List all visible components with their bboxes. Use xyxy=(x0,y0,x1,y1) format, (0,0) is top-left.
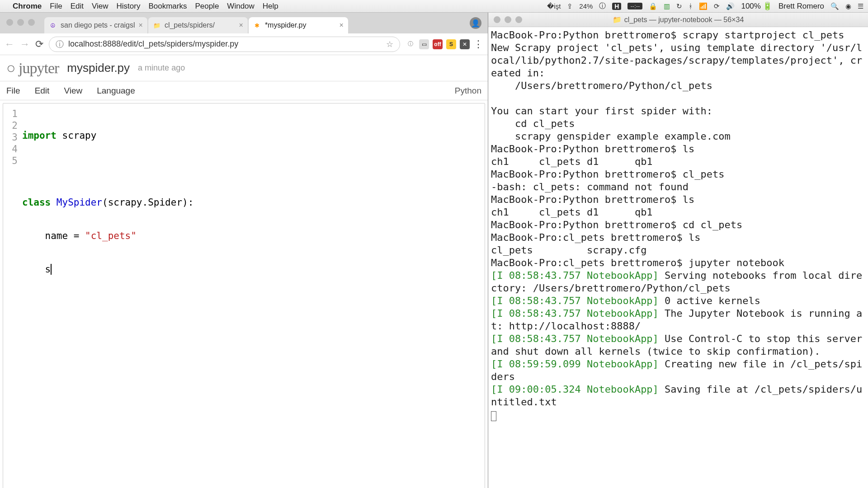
notebook-filename[interactable]: myspider.py xyxy=(67,61,130,75)
reload-button[interactable]: ⟳ xyxy=(35,38,43,50)
jupyter-logo[interactable]: ○ jupyter xyxy=(6,60,59,77)
ext-x-icon[interactable]: ✕ xyxy=(460,39,470,49)
star-favicon-icon: ✱ xyxy=(253,21,261,29)
menu-edit[interactable]: Edit xyxy=(71,2,84,11)
menu-window[interactable]: Window xyxy=(227,2,254,11)
timemachine-icon[interactable]: ↻ xyxy=(676,2,682,10)
kernel-language-label: Python xyxy=(455,86,481,96)
url-text: localhost:8888/edit/cl_pets/spiders/mysp… xyxy=(68,39,238,49)
lock-icon[interactable]: 🔒 xyxy=(649,2,657,10)
folder-favicon-icon: 📁 xyxy=(153,21,161,29)
jupyter-menu-edit[interactable]: Edit xyxy=(35,86,50,96)
chrome-toolbar: ← → ⟳ ⓘ localhost:8888/edit/cl_pets/spid… xyxy=(0,33,488,55)
close-window-button[interactable] xyxy=(6,19,13,26)
jupyter-menu-view[interactable]: View xyxy=(64,86,82,96)
dropbox-icon[interactable]: ⇪ xyxy=(567,2,573,10)
minimize-window-button[interactable] xyxy=(17,19,24,26)
profile-avatar-icon[interactable]: 👤 xyxy=(470,17,481,29)
close-tab-icon[interactable]: × xyxy=(239,21,243,29)
tab-title: san diego pets - craigsl xyxy=(61,21,135,29)
sync-icon[interactable]: ⟳ xyxy=(714,2,720,10)
close-tab-icon[interactable]: × xyxy=(139,21,143,29)
percent-label: 24% xyxy=(579,2,593,10)
forward-button[interactable]: → xyxy=(20,38,30,50)
macos-menubar: Chrome File Edit View History Bookmarks … xyxy=(0,0,868,13)
code-editor[interactable]: 1 2 3 4 5 import scrapy class MySpider(s… xyxy=(3,103,485,488)
user-name[interactable]: Brett Romero xyxy=(778,2,824,11)
address-bar[interactable]: ⓘ localhost:8888/edit/cl_pets/spiders/my… xyxy=(49,37,400,52)
bluetooth-icon[interactable]: ᚼ xyxy=(689,2,693,10)
battery-icon: 🔋 xyxy=(763,1,772,11)
notification-center-icon[interactable]: ☰ xyxy=(858,2,863,10)
jupyter-menu-language[interactable]: Language xyxy=(97,86,135,96)
info-icon[interactable]: ⓘ xyxy=(599,2,606,10)
h-badge[interactable]: H xyxy=(612,3,621,10)
bookmark-star-icon[interactable]: ☆ xyxy=(386,39,393,49)
peace-favicon-icon: ☮ xyxy=(49,21,57,29)
terminal-output[interactable]: MacBook-Pro:Python brettromero$ scrapy s… xyxy=(488,27,868,488)
app-icon[interactable]: ▥ xyxy=(664,2,670,10)
text-cursor xyxy=(51,264,52,275)
ext-s-icon[interactable]: S xyxy=(446,39,456,49)
window-controls xyxy=(6,19,35,26)
info-ext-icon[interactable]: ⓘ xyxy=(406,39,415,49)
menu-bookmarks[interactable]: Bookmarks xyxy=(148,2,187,11)
last-saved-label: a minute ago xyxy=(138,63,185,73)
wifi-icon[interactable]: 📶 xyxy=(699,2,708,10)
jupyter-menubar: File Edit View Language Python xyxy=(0,81,488,100)
jupyter-header: ○ jupyter myspider.py a minute ago xyxy=(0,55,488,81)
line-gutter: 1 2 3 4 5 xyxy=(3,108,22,488)
code-content[interactable]: import scrapy class MySpider(scrapy.Spid… xyxy=(22,108,485,488)
menu-file[interactable]: File xyxy=(50,2,62,11)
browser-tab[interactable]: ☮ san diego pets - craigsl × xyxy=(44,17,147,33)
site-info-icon[interactable]: ⓘ xyxy=(56,39,64,50)
tab-title: cl_pets/spiders/ xyxy=(165,21,215,29)
ext-icon[interactable]: ▭ xyxy=(419,39,429,49)
volume-icon[interactable]: 🔊 xyxy=(726,2,735,10)
tab-title: *myspider.py xyxy=(265,21,307,29)
dropbox-icon[interactable]: �işt xyxy=(547,2,561,10)
chrome-menu-icon[interactable]: ⋮ xyxy=(473,38,483,50)
close-window-button[interactable] xyxy=(494,16,500,23)
time-tracker[interactable]: --:-- xyxy=(627,3,642,9)
menu-view[interactable]: View xyxy=(92,2,108,11)
menu-people[interactable]: People xyxy=(195,2,219,11)
browser-tab-active[interactable]: ✱ *myspider.py × xyxy=(249,17,348,33)
active-app-name[interactable]: Chrome xyxy=(13,2,42,11)
menu-history[interactable]: History xyxy=(116,2,140,11)
jupyter-menu-file[interactable]: File xyxy=(6,86,20,96)
back-button[interactable]: ← xyxy=(5,38,14,50)
close-tab-icon[interactable]: × xyxy=(340,21,344,29)
maximize-window-button[interactable] xyxy=(515,16,522,23)
browser-tab[interactable]: 📁 cl_pets/spiders/ × xyxy=(148,17,248,33)
terminal-window: 📁 cl_pets — jupyter-notebook — 56×34 Mac… xyxy=(488,13,868,488)
menu-help[interactable]: Help xyxy=(263,2,278,11)
terminal-title: cl_pets — jupyter-notebook — 56×34 xyxy=(624,16,744,24)
minimize-window-button[interactable] xyxy=(505,16,511,23)
spotlight-icon[interactable]: 🔍 xyxy=(830,2,839,10)
folder-icon: 📁 xyxy=(613,15,622,24)
chrome-window: ☮ san diego pets - craigsl × 📁 cl_pets/s… xyxy=(0,13,488,488)
ext-off-icon[interactable]: off xyxy=(433,39,443,49)
siri-icon[interactable]: ◉ xyxy=(845,2,851,10)
chrome-tabbar: ☮ san diego pets - craigsl × 📁 cl_pets/s… xyxy=(0,13,488,33)
terminal-titlebar: 📁 cl_pets — jupyter-notebook — 56×34 xyxy=(488,13,868,27)
battery-status[interactable]: 100% 🔋 xyxy=(741,1,772,11)
maximize-window-button[interactable] xyxy=(28,19,35,26)
